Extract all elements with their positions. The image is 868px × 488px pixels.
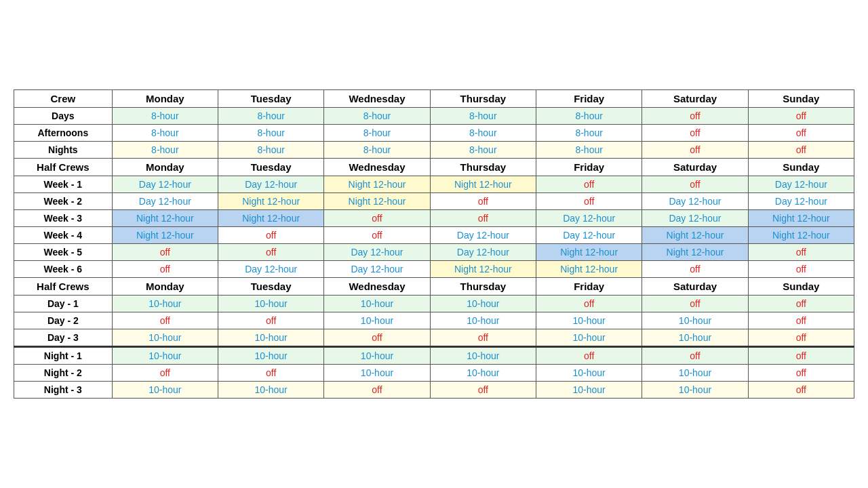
crew-label: Week - 1 [14,176,113,193]
subheader-cell: Sunday [748,159,854,176]
table-row: Week - 2Day 12-hourNight 12-hourNight 12… [14,193,854,210]
subheader-cell: Thursday [430,278,536,296]
header-cell: Monday [112,90,218,108]
schedule-cell: Day 12-hour [218,261,324,278]
schedule-cell: off [324,227,430,244]
crew-label: Day - 3 [14,329,113,347]
crew-label: Week - 6 [14,261,113,278]
subheader-cell: Monday [112,159,218,176]
crew-label: Week - 2 [14,193,113,210]
schedule-cell: Day 12-hour [112,176,218,193]
schedule-cell: off [748,261,854,278]
header-cell: Crew [14,90,113,108]
schedule-cell: 10-hour [642,365,748,382]
schedule-cell: Night 12-hour [748,210,854,227]
schedule-cell: Night 12-hour [112,227,218,244]
crew-label: Night - 1 [14,347,113,365]
schedule-cell: off [218,365,324,382]
schedule-cell: Night 12-hour [324,193,430,210]
schedule-cell: 10-hour [112,382,218,399]
schedule-table: CrewMondayTuesdayWednesdayThursdayFriday… [14,89,854,399]
schedule-cell: off [536,347,642,365]
subheader-cell: Tuesday [218,159,324,176]
schedule-table-wrapper: CrewMondayTuesdayWednesdayThursdayFriday… [7,83,861,405]
schedule-cell: 10-hour [536,312,642,329]
schedule-cell: 8-hour [218,125,324,142]
schedule-cell: off [324,382,430,399]
schedule-cell: 8-hour [536,125,642,142]
schedule-cell: 8-hour [536,142,642,159]
subheader-cell: Sunday [748,278,854,296]
crew-label: Night - 3 [14,382,113,399]
schedule-cell: off [112,244,218,261]
schedule-cell: off [324,210,430,227]
crew-label: Week - 5 [14,244,113,261]
schedule-cell: 10-hour [430,347,536,365]
schedule-cell: Night 12-hour [748,227,854,244]
schedule-cell: off [112,261,218,278]
schedule-cell: off [430,329,536,347]
schedule-cell: Day 12-hour [218,176,324,193]
subheader-cell: Tuesday [218,278,324,296]
schedule-cell: off [112,312,218,329]
schedule-cell: off [642,125,748,142]
table-row: Week - 4Night 12-houroffoffDay 12-hourDa… [14,227,854,244]
schedule-cell: off [748,347,854,365]
schedule-cell: 10-hour [218,382,324,399]
table-row: Night - 2offoff10-hour10-hour10-hour10-h… [14,365,854,382]
schedule-cell: 8-hour [324,142,430,159]
schedule-cell: 10-hour [536,365,642,382]
table-row: Week - 5offoffDay 12-hourDay 12-hourNigh… [14,244,854,261]
schedule-cell: off [430,210,536,227]
header-cell: Tuesday [218,90,324,108]
schedule-cell: Night 12-hour [324,176,430,193]
schedule-cell: off [642,261,748,278]
schedule-cell: Night 12-hour [218,210,324,227]
schedule-cell: off [218,227,324,244]
schedule-cell: off [748,244,854,261]
schedule-cell: 10-hour [324,296,430,312]
schedule-cell: 10-hour [642,329,748,347]
schedule-cell: Night 12-hour [536,261,642,278]
schedule-cell: Day 12-hour [324,244,430,261]
schedule-cell: Day 12-hour [430,244,536,261]
schedule-cell: 10-hour [218,296,324,312]
crew-label: Week - 3 [14,210,113,227]
crew-label: Days [14,108,113,125]
schedule-cell: Night 12-hour [642,244,748,261]
crew-label: Afternoons [14,125,113,142]
schedule-cell: 10-hour [642,312,748,329]
schedule-cell: Day 12-hour [748,176,854,193]
schedule-cell: off [536,176,642,193]
subheader-cell: Half Crews [14,278,113,296]
table-row: Week - 3Night 12-hourNight 12-houroffoff… [14,210,854,227]
schedule-cell: 10-hour [112,296,218,312]
schedule-cell: off [642,347,748,365]
schedule-cell: Day 12-hour [642,210,748,227]
table-row: Night - 110-hour10-hour10-hour10-houroff… [14,347,854,365]
schedule-cell: off [536,296,642,312]
schedule-cell: off [748,382,854,399]
subheader-cell: Thursday [430,159,536,176]
schedule-cell: 10-hour [324,312,430,329]
schedule-cell: Day 12-hour [536,227,642,244]
schedule-cell: off [748,125,854,142]
schedule-cell: off [748,142,854,159]
schedule-cell: off [642,296,748,312]
schedule-cell: off [642,142,748,159]
schedule-cell: Night 12-hour [430,176,536,193]
schedule-cell: 10-hour [218,329,324,347]
schedule-cell: 8-hour [112,142,218,159]
schedule-cell: off [430,193,536,210]
schedule-cell: 10-hour [536,382,642,399]
schedule-cell: Night 12-hour [218,193,324,210]
schedule-cell: 10-hour [112,347,218,365]
schedule-cell: 10-hour [218,347,324,365]
subheader-cell: Saturday [642,159,748,176]
schedule-cell: Day 12-hour [748,193,854,210]
subheader-cell: Monday [112,278,218,296]
subheader-cell: Wednesday [324,159,430,176]
schedule-cell: 8-hour [536,108,642,125]
schedule-cell: Day 12-hour [324,261,430,278]
subheader-cell: Friday [536,159,642,176]
